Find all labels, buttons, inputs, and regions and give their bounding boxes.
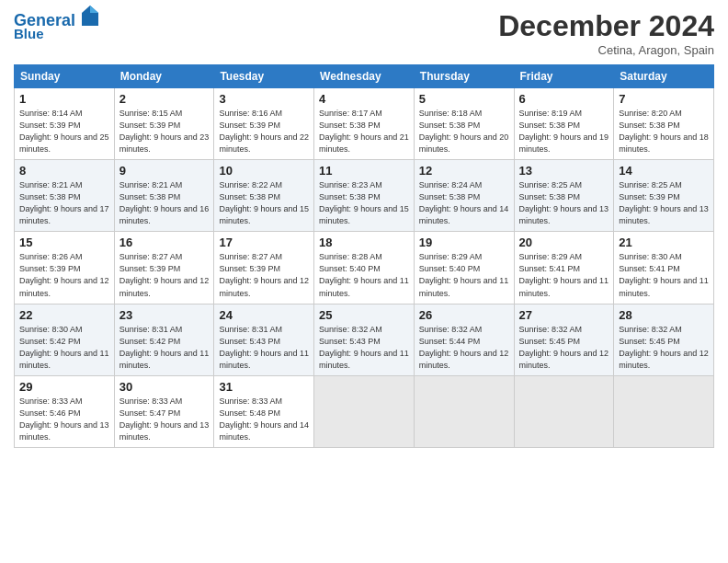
day-number: 29 — [19, 380, 109, 394]
day-number: 21 — [619, 236, 709, 249]
day-number: 20 — [519, 236, 609, 249]
day-info: Sunrise: 8:30 AMSunset: 5:42 PMDaylight:… — [19, 324, 109, 372]
table-cell: 11Sunrise: 8:23 AMSunset: 5:38 PMDayligh… — [314, 160, 415, 232]
day-number: 1 — [19, 92, 109, 106]
day-number: 22 — [19, 308, 109, 322]
calendar-week-row: 22Sunrise: 8:30 AMSunset: 5:42 PMDayligh… — [15, 304, 714, 375]
day-info: Sunrise: 8:33 AMSunset: 5:48 PMDaylight:… — [219, 396, 309, 443]
day-number: 5 — [419, 92, 509, 106]
day-number: 26 — [419, 308, 509, 322]
month-title: December 2024 — [498, 9, 714, 43]
table-cell: 6Sunrise: 8:19 AMSunset: 5:38 PMDaylight… — [514, 88, 614, 160]
table-cell — [314, 375, 415, 447]
table-cell: 29Sunrise: 8:33 AMSunset: 5:46 PMDayligh… — [15, 375, 115, 447]
table-cell — [614, 375, 714, 447]
title-block: December 2024 Cetina, Aragon, Spain — [498, 9, 714, 57]
col-tuesday: Tuesday — [214, 65, 314, 88]
day-info: Sunrise: 8:27 AMSunset: 5:39 PMDaylight:… — [119, 251, 210, 299]
day-number: 28 — [619, 308, 709, 322]
day-info: Sunrise: 8:21 AMSunset: 5:38 PMDaylight:… — [119, 179, 210, 227]
table-cell: 26Sunrise: 8:32 AMSunset: 5:44 PMDayligh… — [414, 304, 514, 375]
table-cell: 27Sunrise: 8:32 AMSunset: 5:45 PMDayligh… — [514, 304, 614, 375]
day-number: 15 — [19, 236, 109, 249]
day-info: Sunrise: 8:31 AMSunset: 5:43 PMDaylight:… — [219, 324, 309, 372]
table-cell: 14Sunrise: 8:25 AMSunset: 5:39 PMDayligh… — [614, 160, 714, 232]
day-info: Sunrise: 8:33 AMSunset: 5:46 PMDaylight:… — [19, 396, 109, 443]
table-cell: 5Sunrise: 8:18 AMSunset: 5:38 PMDaylight… — [414, 88, 514, 160]
col-sunday: Sunday — [15, 65, 115, 88]
day-number: 11 — [319, 164, 409, 178]
day-info: Sunrise: 8:32 AMSunset: 5:45 PMDaylight:… — [519, 324, 609, 372]
day-info: Sunrise: 8:32 AMSunset: 5:44 PMDaylight:… — [419, 324, 509, 372]
header: General Blue December 2024 Cetina, Arago… — [14, 9, 714, 57]
table-cell: 10Sunrise: 8:22 AMSunset: 5:38 PMDayligh… — [214, 160, 314, 232]
day-number: 18 — [319, 236, 409, 249]
day-info: Sunrise: 8:29 AMSunset: 5:40 PMDaylight:… — [419, 251, 509, 299]
day-number: 24 — [219, 308, 309, 322]
day-number: 27 — [519, 308, 609, 322]
day-info: Sunrise: 8:19 AMSunset: 5:38 PMDaylight:… — [519, 108, 609, 155]
day-number: 2 — [119, 92, 210, 106]
table-cell: 18Sunrise: 8:28 AMSunset: 5:40 PMDayligh… — [314, 232, 415, 304]
day-info: Sunrise: 8:16 AMSunset: 5:39 PMDaylight:… — [219, 108, 309, 155]
day-info: Sunrise: 8:18 AMSunset: 5:38 PMDaylight:… — [419, 108, 509, 155]
table-cell: 12Sunrise: 8:24 AMSunset: 5:38 PMDayligh… — [414, 160, 514, 232]
day-info: Sunrise: 8:25 AMSunset: 5:38 PMDaylight:… — [519, 179, 609, 227]
day-info: Sunrise: 8:29 AMSunset: 5:41 PMDaylight:… — [519, 251, 609, 299]
table-cell: 4Sunrise: 8:17 AMSunset: 5:38 PMDaylight… — [314, 88, 415, 160]
day-number: 3 — [219, 92, 309, 106]
day-number: 14 — [619, 164, 709, 178]
table-cell: 20Sunrise: 8:29 AMSunset: 5:41 PMDayligh… — [514, 232, 614, 304]
table-cell — [414, 375, 514, 447]
day-number: 9 — [119, 164, 210, 178]
day-number: 31 — [219, 380, 309, 394]
calendar-week-row: 29Sunrise: 8:33 AMSunset: 5:46 PMDayligh… — [15, 375, 714, 447]
logo: General Blue — [14, 9, 98, 41]
day-info: Sunrise: 8:20 AMSunset: 5:38 PMDaylight:… — [619, 108, 709, 155]
col-monday: Monday — [114, 65, 214, 88]
day-number: 13 — [519, 164, 609, 178]
table-cell: 8Sunrise: 8:21 AMSunset: 5:38 PMDaylight… — [15, 160, 115, 232]
table-cell: 23Sunrise: 8:31 AMSunset: 5:42 PMDayligh… — [114, 304, 214, 375]
col-thursday: Thursday — [414, 65, 514, 88]
calendar-week-row: 8Sunrise: 8:21 AMSunset: 5:38 PMDaylight… — [15, 160, 714, 232]
day-number: 30 — [119, 380, 210, 394]
day-number: 23 — [119, 308, 210, 322]
day-info: Sunrise: 8:28 AMSunset: 5:40 PMDaylight:… — [319, 251, 409, 299]
table-cell: 21Sunrise: 8:30 AMSunset: 5:41 PMDayligh… — [614, 232, 714, 304]
col-saturday: Saturday — [614, 65, 714, 88]
day-number: 12 — [419, 164, 509, 178]
day-number: 10 — [219, 164, 309, 178]
day-number: 8 — [19, 164, 109, 178]
table-cell: 13Sunrise: 8:25 AMSunset: 5:38 PMDayligh… — [514, 160, 614, 232]
table-cell: 3Sunrise: 8:16 AMSunset: 5:39 PMDaylight… — [214, 88, 314, 160]
day-number: 17 — [219, 236, 309, 249]
day-info: Sunrise: 8:15 AMSunset: 5:39 PMDaylight:… — [119, 108, 210, 155]
table-cell: 28Sunrise: 8:32 AMSunset: 5:45 PMDayligh… — [614, 304, 714, 375]
day-info: Sunrise: 8:17 AMSunset: 5:38 PMDaylight:… — [319, 108, 409, 155]
day-info: Sunrise: 8:23 AMSunset: 5:38 PMDaylight:… — [319, 179, 409, 227]
day-number: 19 — [419, 236, 509, 249]
day-number: 7 — [619, 92, 709, 106]
logo-icon — [82, 6, 98, 26]
table-cell — [514, 375, 614, 447]
table-cell: 31Sunrise: 8:33 AMSunset: 5:48 PMDayligh… — [214, 375, 314, 447]
calendar-week-row: 1Sunrise: 8:14 AMSunset: 5:39 PMDaylight… — [15, 88, 714, 160]
col-friday: Friday — [514, 65, 614, 88]
calendar-week-row: 15Sunrise: 8:26 AMSunset: 5:39 PMDayligh… — [15, 232, 714, 304]
table-cell: 24Sunrise: 8:31 AMSunset: 5:43 PMDayligh… — [214, 304, 314, 375]
table-cell: 1Sunrise: 8:14 AMSunset: 5:39 PMDaylight… — [15, 88, 115, 160]
day-info: Sunrise: 8:22 AMSunset: 5:38 PMDaylight:… — [219, 179, 309, 227]
calendar-table: Sunday Monday Tuesday Wednesday Thursday… — [14, 64, 714, 448]
table-cell: 19Sunrise: 8:29 AMSunset: 5:40 PMDayligh… — [414, 232, 514, 304]
day-info: Sunrise: 8:27 AMSunset: 5:39 PMDaylight:… — [219, 251, 309, 299]
table-cell: 7Sunrise: 8:20 AMSunset: 5:38 PMDaylight… — [614, 88, 714, 160]
day-number: 4 — [319, 92, 409, 106]
table-cell: 22Sunrise: 8:30 AMSunset: 5:42 PMDayligh… — [15, 304, 115, 375]
day-number: 6 — [519, 92, 609, 106]
col-wednesday: Wednesday — [314, 65, 415, 88]
calendar-header-row: Sunday Monday Tuesday Wednesday Thursday… — [15, 65, 714, 88]
table-cell: 16Sunrise: 8:27 AMSunset: 5:39 PMDayligh… — [114, 232, 214, 304]
table-cell: 30Sunrise: 8:33 AMSunset: 5:47 PMDayligh… — [114, 375, 214, 447]
day-info: Sunrise: 8:25 AMSunset: 5:39 PMDaylight:… — [619, 179, 709, 227]
